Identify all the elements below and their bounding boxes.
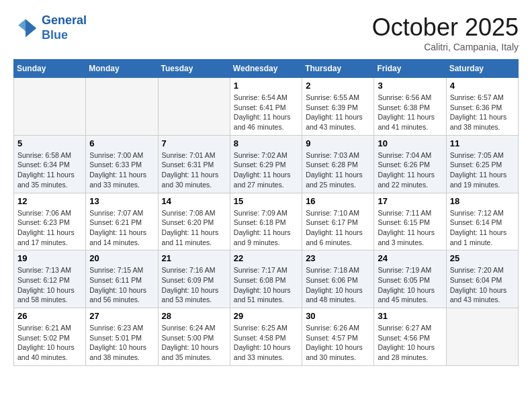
calendar-cell: 2Sunrise: 6:55 AM Sunset: 6:39 PM Daylig…	[302, 78, 374, 136]
day-number: 1	[234, 81, 298, 91]
calendar-cell: 12Sunrise: 7:06 AM Sunset: 6:23 PM Dayli…	[14, 193, 86, 250]
calendar-cell: 30Sunrise: 6:26 AM Sunset: 4:57 PM Dayli…	[302, 308, 374, 366]
day-info: Sunrise: 7:16 AM Sunset: 6:09 PM Dayligh…	[162, 265, 226, 305]
day-number: 18	[450, 196, 515, 206]
calendar-cell: 20Sunrise: 7:15 AM Sunset: 6:11 PM Dayli…	[86, 250, 158, 308]
day-number: 26	[17, 311, 82, 321]
weekday-header-saturday: Saturday	[446, 60, 518, 78]
day-number: 7	[162, 138, 226, 148]
calendar-cell: 29Sunrise: 6:25 AM Sunset: 4:58 PM Dayli…	[230, 308, 302, 366]
day-info: Sunrise: 7:20 AM Sunset: 6:04 PM Dayligh…	[450, 265, 515, 305]
day-info: Sunrise: 7:10 AM Sunset: 6:17 PM Dayligh…	[306, 208, 370, 248]
day-info: Sunrise: 7:17 AM Sunset: 6:08 PM Dayligh…	[234, 265, 298, 305]
calendar-cell: 25Sunrise: 7:20 AM Sunset: 6:04 PM Dayli…	[446, 250, 518, 308]
calendar-week-4: 19Sunrise: 7:13 AM Sunset: 6:12 PM Dayli…	[14, 250, 519, 308]
day-number: 31	[378, 311, 442, 321]
day-info: Sunrise: 6:57 AM Sunset: 6:36 PM Dayligh…	[450, 93, 515, 132]
day-info: Sunrise: 6:23 AM Sunset: 5:01 PM Dayligh…	[89, 323, 154, 363]
calendar-week-1: 1Sunrise: 6:54 AM Sunset: 6:41 PM Daylig…	[14, 78, 519, 136]
day-number: 11	[450, 138, 515, 148]
calendar-cell: 8Sunrise: 7:02 AM Sunset: 6:29 PM Daylig…	[230, 135, 302, 193]
calendar-cell: 22Sunrise: 7:17 AM Sunset: 6:08 PM Dayli…	[230, 250, 302, 308]
day-info: Sunrise: 7:11 AM Sunset: 6:15 PM Dayligh…	[378, 208, 442, 248]
day-number: 24	[378, 253, 442, 263]
calendar-table: SundayMondayTuesdayWednesdayThursdayFrid…	[13, 59, 519, 366]
calendar-cell: 24Sunrise: 7:19 AM Sunset: 6:05 PM Dayli…	[374, 250, 446, 308]
calendar-cell	[14, 78, 86, 136]
day-info: Sunrise: 7:05 AM Sunset: 6:25 PM Dayligh…	[450, 150, 515, 190]
logo-text: General Blue	[42, 13, 87, 42]
calendar-week-5: 26Sunrise: 6:21 AM Sunset: 5:02 PM Dayli…	[14, 308, 519, 366]
day-info: Sunrise: 7:04 AM Sunset: 6:26 PM Dayligh…	[378, 150, 442, 190]
day-info: Sunrise: 6:54 AM Sunset: 6:41 PM Dayligh…	[234, 93, 298, 132]
day-info: Sunrise: 7:19 AM Sunset: 6:05 PM Dayligh…	[378, 265, 442, 305]
day-number: 19	[17, 253, 82, 263]
calendar-cell: 7Sunrise: 7:01 AM Sunset: 6:31 PM Daylig…	[158, 135, 230, 193]
day-info: Sunrise: 7:08 AM Sunset: 6:20 PM Dayligh…	[162, 208, 226, 248]
day-number: 8	[234, 138, 298, 148]
day-number: 12	[17, 196, 82, 206]
logo-line2: Blue	[42, 28, 68, 42]
weekday-header-tuesday: Tuesday	[158, 60, 230, 78]
calendar-cell	[446, 308, 518, 366]
svg-marker-0	[26, 19, 36, 37]
day-info: Sunrise: 7:18 AM Sunset: 6:06 PM Dayligh…	[306, 265, 370, 305]
day-number: 20	[89, 253, 154, 263]
day-info: Sunrise: 7:01 AM Sunset: 6:31 PM Dayligh…	[162, 150, 226, 190]
day-number: 28	[162, 311, 226, 321]
day-info: Sunrise: 6:24 AM Sunset: 5:00 PM Dayligh…	[162, 323, 226, 363]
day-info: Sunrise: 6:58 AM Sunset: 6:34 PM Dayligh…	[17, 150, 82, 190]
day-number: 27	[89, 311, 154, 321]
logo-icon	[13, 16, 38, 40]
day-info: Sunrise: 7:07 AM Sunset: 6:21 PM Dayligh…	[89, 208, 154, 248]
day-info: Sunrise: 6:25 AM Sunset: 4:58 PM Dayligh…	[234, 323, 298, 363]
calendar-cell: 10Sunrise: 7:04 AM Sunset: 6:26 PM Dayli…	[374, 135, 446, 193]
day-info: Sunrise: 7:00 AM Sunset: 6:33 PM Dayligh…	[89, 150, 154, 190]
day-info: Sunrise: 7:15 AM Sunset: 6:11 PM Dayligh…	[89, 265, 154, 305]
day-number: 22	[234, 253, 298, 263]
day-info: Sunrise: 6:55 AM Sunset: 6:39 PM Dayligh…	[306, 93, 370, 132]
calendar-body: 1Sunrise: 6:54 AM Sunset: 6:41 PM Daylig…	[14, 78, 519, 366]
calendar-cell: 4Sunrise: 6:57 AM Sunset: 6:36 PM Daylig…	[446, 78, 518, 136]
weekday-header-wednesday: Wednesday	[230, 60, 302, 78]
day-number: 9	[306, 138, 370, 148]
month-title: October 2025	[372, 13, 519, 42]
calendar-week-2: 5Sunrise: 6:58 AM Sunset: 6:34 PM Daylig…	[14, 135, 519, 193]
day-number: 29	[234, 311, 298, 321]
calendar-cell: 27Sunrise: 6:23 AM Sunset: 5:01 PM Dayli…	[86, 308, 158, 366]
calendar-cell: 5Sunrise: 6:58 AM Sunset: 6:34 PM Daylig…	[14, 135, 86, 193]
logo-line1: General	[42, 13, 87, 27]
calendar-cell: 26Sunrise: 6:21 AM Sunset: 5:02 PM Dayli…	[14, 308, 86, 366]
day-info: Sunrise: 6:26 AM Sunset: 4:57 PM Dayligh…	[306, 323, 370, 363]
day-number: 4	[450, 81, 515, 91]
title-block: October 2025 Calitri, Campania, Italy	[372, 13, 519, 52]
day-info: Sunrise: 7:06 AM Sunset: 6:23 PM Dayligh…	[17, 208, 82, 248]
calendar-header: SundayMondayTuesdayWednesdayThursdayFrid…	[14, 60, 519, 78]
calendar-cell: 28Sunrise: 6:24 AM Sunset: 5:00 PM Dayli…	[158, 308, 230, 366]
calendar-cell: 18Sunrise: 7:12 AM Sunset: 6:14 PM Dayli…	[446, 193, 518, 250]
day-info: Sunrise: 6:27 AM Sunset: 4:56 PM Dayligh…	[378, 323, 442, 363]
day-number: 13	[89, 196, 154, 206]
day-number: 23	[306, 253, 370, 263]
calendar-cell: 9Sunrise: 7:03 AM Sunset: 6:28 PM Daylig…	[302, 135, 374, 193]
svg-marker-1	[18, 19, 26, 31]
day-number: 10	[378, 138, 442, 148]
day-number: 2	[306, 81, 370, 91]
calendar-cell	[86, 78, 158, 136]
calendar-cell: 23Sunrise: 7:18 AM Sunset: 6:06 PM Dayli…	[302, 250, 374, 308]
day-info: Sunrise: 7:13 AM Sunset: 6:12 PM Dayligh…	[17, 265, 82, 305]
day-number: 3	[378, 81, 442, 91]
calendar-cell: 14Sunrise: 7:08 AM Sunset: 6:20 PM Dayli…	[158, 193, 230, 250]
day-number: 21	[162, 253, 226, 263]
calendar-cell: 21Sunrise: 7:16 AM Sunset: 6:09 PM Dayli…	[158, 250, 230, 308]
calendar-cell: 3Sunrise: 6:56 AM Sunset: 6:38 PM Daylig…	[374, 78, 446, 136]
day-number: 17	[378, 196, 442, 206]
day-info: Sunrise: 7:03 AM Sunset: 6:28 PM Dayligh…	[306, 150, 370, 190]
calendar-cell: 31Sunrise: 6:27 AM Sunset: 4:56 PM Dayli…	[374, 308, 446, 366]
calendar-cell: 6Sunrise: 7:00 AM Sunset: 6:33 PM Daylig…	[86, 135, 158, 193]
day-number: 16	[306, 196, 370, 206]
day-info: Sunrise: 7:12 AM Sunset: 6:14 PM Dayligh…	[450, 208, 515, 248]
day-number: 14	[162, 196, 226, 206]
calendar-cell: 1Sunrise: 6:54 AM Sunset: 6:41 PM Daylig…	[230, 78, 302, 136]
day-info: Sunrise: 7:09 AM Sunset: 6:18 PM Dayligh…	[234, 208, 298, 248]
